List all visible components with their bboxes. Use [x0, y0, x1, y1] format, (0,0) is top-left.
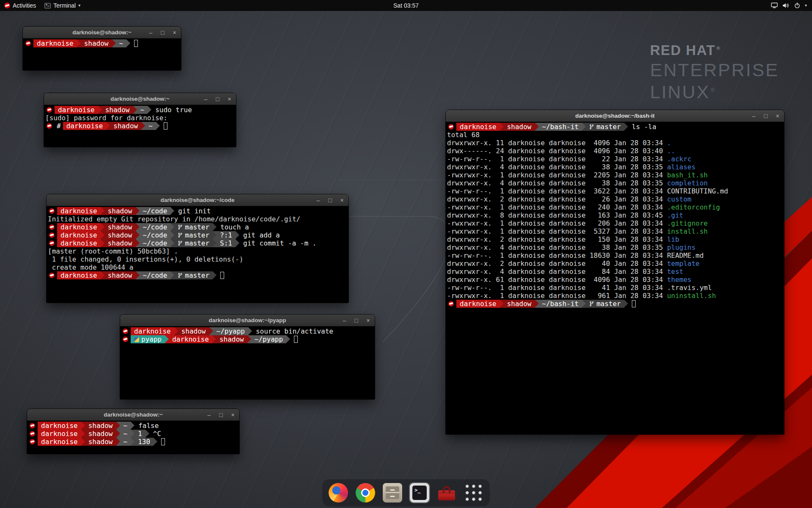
clock[interactable]: Sat 03:57 [389, 0, 423, 11]
dock-item-terminal[interactable] [409, 482, 430, 503]
maximize-button[interactable]: □ [354, 318, 359, 323]
powerline-arrow-icon [131, 422, 134, 430]
window-controls: –□× [206, 409, 236, 420]
maximize-button[interactable]: □ [763, 113, 768, 119]
redhat-icon [30, 439, 35, 444]
powerline-arrow-icon [286, 335, 290, 343]
window-titlebar[interactable]: darknoise@shadow:~/pyapp–□× [120, 315, 375, 326]
window-title: darknoise@shadow:~ [110, 96, 170, 102]
powerline-arrow-icon [126, 39, 130, 47]
prompt-segment-path: ~ [120, 422, 131, 430]
prompt-segment-user: darknoise [63, 122, 107, 130]
close-button[interactable]: × [775, 113, 780, 119]
git-branch-icon [178, 224, 183, 230]
minimize-button[interactable]: – [148, 30, 154, 36]
window-titlebar[interactable]: darknoise@shadow:~/code–□× [47, 194, 348, 206]
terminal-screen[interactable]: darknoiseshadow~/codegit initInitialized… [47, 206, 348, 303]
powerline-arrow-icon [236, 239, 239, 247]
minimize-button[interactable]: – [206, 412, 212, 418]
prompt-segment-host: shadow [104, 239, 136, 247]
powerline-arrow-icon [141, 122, 145, 130]
window-title: darknoise@shadow:~/code [161, 197, 235, 203]
terminal-screen[interactable]: darknoiseshadow~sudo true[sudo] password… [44, 105, 236, 147]
minimize-button[interactable]: – [751, 113, 757, 119]
powerline-arrow-icon [133, 106, 137, 114]
powerline-arrow-icon [101, 231, 104, 239]
terminal-prompt-line: darknoiseshadow~/codemaster?:1git add a [48, 231, 348, 239]
powerline-arrow-icon [112, 39, 116, 47]
terminal-output-line: drwxrwxr-x. 11 darknoise darknoise 4096 … [447, 139, 784, 147]
maximize-button[interactable]: □ [160, 30, 165, 36]
git-branch-icon [589, 124, 594, 130]
command-text: source bin/activate [256, 327, 333, 335]
terminal-screen[interactable]: darknoiseshadow~/bash-itmasterls -latota… [446, 122, 784, 434]
terminal-screen[interactable]: darknoiseshadow~/pyappsource bin/activat… [120, 326, 375, 399]
chevron-down-icon: ▾ [78, 3, 80, 8]
prompt-segment-path: ~/pyapp [213, 327, 248, 335]
terminal-screen[interactable]: darknoiseshadow~falsedarknoiseshadow~1^C… [27, 421, 239, 454]
minimize-button[interactable]: – [203, 96, 208, 102]
close-button[interactable]: × [172, 30, 177, 36]
prompt-segment-path: ~ [145, 122, 156, 130]
dock-item-firefox[interactable] [328, 482, 349, 503]
prompt-segment-venv: pyapp [131, 335, 165, 343]
terminal-output-line: drwxrwxr-x. 4 darknoise darknoise 38 Jan… [447, 163, 784, 171]
powerline-arrow-icon [165, 335, 169, 343]
terminal-output-line: -rwxrwxr-x. 1 darknoise darknoise 240 Ja… [447, 203, 784, 211]
system-status-area[interactable]: ▾ [766, 0, 812, 11]
window-titlebar[interactable]: darknoise@shadow:~–□× [27, 409, 239, 421]
window-titlebar[interactable]: darknoise@shadow:~–□× [23, 27, 181, 39]
minimize-button[interactable]: – [342, 318, 347, 323]
powerline-arrow-icon [213, 271, 217, 279]
activities-button[interactable]: Activities [0, 0, 40, 11]
dock-item-appgrid[interactable] [463, 482, 484, 503]
terminal-output-line: drwxrwxr-x. 8 darknoise darknoise 163 Ja… [447, 211, 784, 219]
powerline-arrow-icon [247, 335, 251, 343]
terminal-window-t2: darknoise@shadow:~–□×darknoiseshadow~sud… [44, 93, 236, 147]
terminal-output-line: drwxrwxr-x. 4 darknoise darknoise 38 Jan… [447, 179, 784, 187]
dock-item-chrome[interactable] [355, 482, 376, 503]
close-button[interactable]: × [365, 318, 371, 323]
redhat-icon [30, 423, 35, 428]
close-button[interactable]: × [339, 197, 345, 203]
terminal-prompt-line: darknoiseshadow~/codemaster [48, 271, 348, 279]
window-title: darknoise@shadow:~/bash-it [575, 113, 655, 119]
terminal-output-line: -rw-rw-r--. 1 darknoise darknoise 41 Jan… [447, 284, 784, 292]
redhat-icon [4, 3, 10, 8]
window-titlebar[interactable]: darknoise@shadow:~/bash-it–□× [446, 110, 784, 122]
terminal-prompt-line: darknoiseshadow~130 [28, 438, 239, 446]
powerline-arrow-icon [156, 122, 160, 130]
powerline-arrow-icon [77, 39, 81, 47]
prompt-segment-host: shadow [104, 271, 136, 279]
maximize-button[interactable]: □ [327, 197, 333, 203]
prompt-segment-git: master [174, 271, 213, 279]
powerline-arrow-icon [116, 430, 120, 438]
prompt-segment-host: shadow [104, 207, 136, 215]
close-button[interactable]: × [230, 412, 236, 418]
minimize-button[interactable]: – [315, 197, 321, 203]
top-bar: Activities Terminal ▾ Sat 03:57 ▾ [0, 0, 812, 11]
window-controls: –□× [751, 110, 780, 121]
terminal-prompt-line: darknoiseshadow~/codegit init [48, 207, 348, 215]
powerline-arrow-icon [170, 223, 174, 231]
dock-item-toolbox[interactable] [436, 482, 457, 503]
prompt-segment-user: darknoise [169, 335, 212, 343]
terminal-window-t3: darknoise@shadow:~/code–□×darknoiseshado… [47, 194, 348, 303]
maximize-button[interactable]: □ [215, 96, 220, 102]
close-button[interactable]: × [227, 96, 232, 102]
power-icon [794, 3, 800, 8]
window-titlebar[interactable]: darknoise@shadow:~–□× [44, 93, 236, 105]
maximize-button[interactable]: □ [218, 412, 224, 418]
terminal-screen[interactable]: darknoiseshadow~ [23, 39, 181, 70]
terminal-cursor [161, 438, 165, 445]
powerline-arrow-icon [170, 239, 174, 247]
powerline-arrow-icon [148, 106, 151, 114]
terminal-output-line: -rw-rw-r--. 1 darknoise darknoise 18630 … [447, 251, 784, 260]
dock-item-files[interactable] [382, 482, 403, 503]
powerline-arrow-icon [116, 422, 120, 430]
app-menu-terminal[interactable]: Terminal ▾ [40, 0, 85, 11]
powerline-arrow-icon [145, 430, 149, 438]
firefox-icon [329, 483, 348, 502]
powerline-arrow-icon [500, 300, 504, 308]
powerline-arrow-icon [136, 207, 140, 215]
